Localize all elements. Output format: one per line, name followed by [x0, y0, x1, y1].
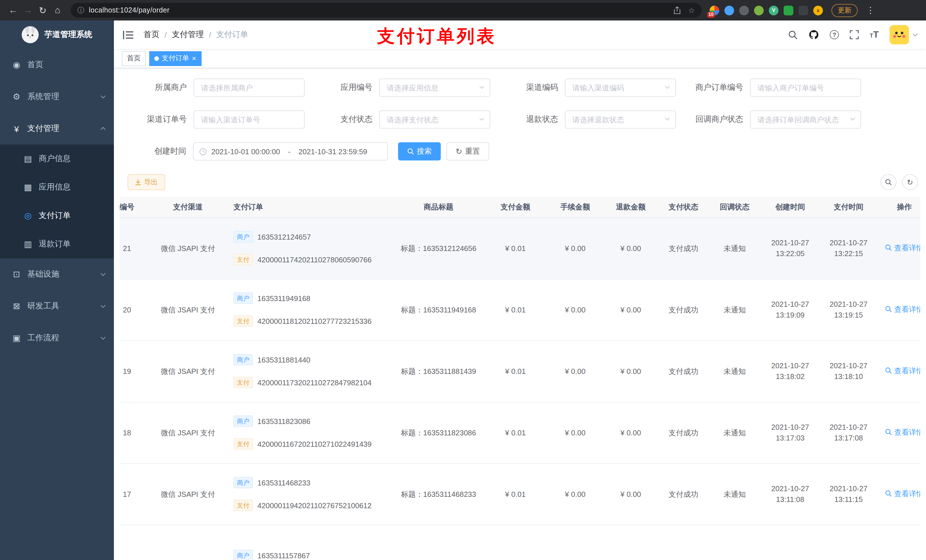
- cell-refund: ¥ 0.00: [604, 402, 658, 463]
- search-button[interactable]: 搜索: [398, 142, 441, 160]
- pay-order-no: 4200001173202110272847982104: [257, 377, 372, 388]
- app-id-select[interactable]: [379, 78, 490, 97]
- logo[interactable]: 芋道管理系统: [0, 21, 114, 49]
- kebab-menu-icon[interactable]: ⋮: [866, 5, 875, 15]
- table-toolbar: 导出 ↻: [127, 174, 918, 190]
- search-icon: [407, 148, 414, 155]
- merchant-order-no: 1635311823086: [257, 416, 310, 427]
- view-detail-link[interactable]: 查看详情: [885, 365, 920, 376]
- forward-icon[interactable]: →: [21, 5, 35, 15]
- pay-status-select[interactable]: [379, 110, 490, 128]
- cell-pay-time: [820, 525, 877, 560]
- breadcrumb-section[interactable]: 支付管理: [172, 30, 204, 40]
- filter-channel-code: 渠道编码: [490, 78, 676, 97]
- merchant-order-no-input[interactable]: [750, 78, 861, 97]
- cell-fee: ¥ 0.00: [547, 340, 604, 402]
- notify-status-select[interactable]: [750, 110, 861, 128]
- cell-order: 商户1635311823086 支付4200001167202110271022…: [228, 402, 393, 463]
- gray-circle-icon[interactable]: [739, 5, 749, 15]
- extension-badge: 10: [707, 12, 715, 17]
- font-size-icon[interactable]: TT: [870, 30, 879, 40]
- reload-icon[interactable]: ↻: [35, 5, 50, 16]
- sidebar-item-system[interactable]: ⚙ 系统管理: [0, 81, 114, 113]
- filter-label: 渠道编码: [490, 83, 565, 93]
- view-detail-link[interactable]: 查看详情: [885, 242, 920, 253]
- fullscreen-icon[interactable]: [850, 30, 859, 39]
- sidebar: 芋道管理系统 ◉ 首页 ⚙ 系统管理 ¥ 支付管理: [0, 21, 114, 560]
- view-detail-link[interactable]: 查看详情: [885, 304, 920, 315]
- vue-devtools-icon[interactable]: V: [769, 5, 779, 15]
- bookmark-star-icon[interactable]: ☆: [688, 6, 695, 15]
- cell-notify: 未通知: [709, 279, 760, 340]
- col-id: 编号: [120, 197, 148, 217]
- channel-code-select[interactable]: [565, 78, 676, 97]
- green-circle-icon[interactable]: [754, 5, 764, 15]
- col-amount: 支付金额: [484, 197, 547, 217]
- filter-row-1: 所属商户 应用编号 渠道编码 商户订单编号: [120, 78, 920, 97]
- filter-channel-order-no: 渠道订单号: [120, 110, 305, 128]
- sidebar-item-refund-order[interactable]: ▥ 退款订单: [0, 230, 114, 258]
- view-detail-link[interactable]: 查看详情: [885, 427, 920, 438]
- export-button[interactable]: 导出: [127, 174, 165, 190]
- close-icon[interactable]: ×: [192, 54, 196, 62]
- cell-id: 20: [120, 279, 148, 340]
- sidebar-item-app-info[interactable]: ▦ 应用信息: [0, 173, 114, 201]
- sidebar-item-infra[interactable]: ⊡ 基础设施: [0, 258, 114, 290]
- col-refund: 退款金额: [604, 197, 658, 217]
- cell-amount: [484, 525, 547, 560]
- cell-refund: ¥ 0.00: [604, 340, 658, 402]
- tab-pay-order[interactable]: 支付订单 ×: [149, 51, 201, 66]
- address-bar[interactable]: ⓘ localhost:1024/pay/order ☆: [71, 3, 702, 18]
- cell-refund: ¥ 0.00: [604, 279, 658, 340]
- col-order: 支付订单: [228, 197, 393, 217]
- emoji-face-icon[interactable]: ᴥ: [813, 5, 823, 15]
- cell-notify: 未通知: [709, 340, 760, 402]
- refund-status-select[interactable]: [565, 110, 676, 128]
- home-icon[interactable]: ⌂: [50, 5, 65, 15]
- pay-tag: 支付: [233, 377, 253, 388]
- cell-create-time: 2021-10-27 13:22:05: [760, 217, 820, 279]
- reset-button[interactable]: ↻ 重置: [446, 142, 489, 160]
- tab-home[interactable]: 首页: [122, 51, 146, 66]
- page-content: 所属商户 应用编号 渠道编码 商户订单编号: [114, 68, 926, 560]
- colorful-grid-icon[interactable]: 10: [710, 5, 719, 15]
- hamburger-icon[interactable]: [123, 30, 133, 39]
- cell-amount: ¥ 0.01: [484, 402, 547, 463]
- green-square-icon[interactable]: [784, 5, 793, 15]
- site-info-icon[interactable]: ⓘ: [77, 5, 84, 15]
- github-icon[interactable]: [809, 30, 819, 40]
- merchant-input[interactable]: [194, 78, 305, 97]
- merchant-tag: 商户: [233, 550, 253, 560]
- show-search-icon[interactable]: [881, 174, 896, 190]
- search-icon[interactable]: [788, 30, 798, 39]
- sidebar-item-payment[interactable]: ¥ 支付管理: [0, 113, 114, 145]
- date-range-input[interactable]: 2021-10-01 00:00:00 - 2021-10-31 23:59:5…: [193, 142, 388, 160]
- merchant-tag: 商户: [233, 293, 253, 304]
- sidebar-item-devtools[interactable]: ⊠ 研发工具: [0, 290, 114, 322]
- sidebar-item-workflow[interactable]: ▣ 工作流程: [0, 322, 114, 354]
- cell-amount: ¥ 0.01: [484, 340, 547, 402]
- view-detail-link[interactable]: 查看详情: [885, 488, 920, 499]
- dark-extension-icon[interactable]: [799, 5, 808, 15]
- table-row: 20 微信 JSAPI 支付 商户1635311949168 支付4200001…: [120, 279, 920, 340]
- breadcrumb-home[interactable]: 首页: [144, 30, 159, 40]
- blue-drop-icon[interactable]: [725, 5, 734, 15]
- filter-label: 应用编号: [305, 83, 379, 93]
- channel-order-no-input[interactable]: [194, 110, 305, 128]
- cell-actions: [877, 525, 920, 560]
- sidebar-item-home[interactable]: ◉ 首页: [0, 49, 114, 81]
- col-actions: 操作: [877, 197, 920, 217]
- url-text: localhost:1024/pay/order: [89, 6, 169, 14]
- help-icon[interactable]: ?: [830, 30, 839, 39]
- pay-order-no: 4200001181202110277723215336: [257, 315, 372, 326]
- pay-order-no: 4200001174202110278060590766: [257, 254, 372, 265]
- cell-pay-time: 2021-10-27 13:11:15: [820, 463, 877, 525]
- refresh-table-icon[interactable]: ↻: [902, 174, 918, 190]
- back-icon[interactable]: ←: [6, 5, 21, 15]
- sidebar-item-merchant-info[interactable]: ▤ 商户信息: [0, 145, 114, 173]
- sidebar-item-pay-order[interactable]: ◎ 支付订单: [0, 201, 114, 230]
- share-icon[interactable]: [673, 6, 681, 14]
- cell-title: 标题：1635312124656: [393, 217, 484, 279]
- user-menu[interactable]: [890, 25, 917, 44]
- update-button[interactable]: 更新: [831, 4, 858, 17]
